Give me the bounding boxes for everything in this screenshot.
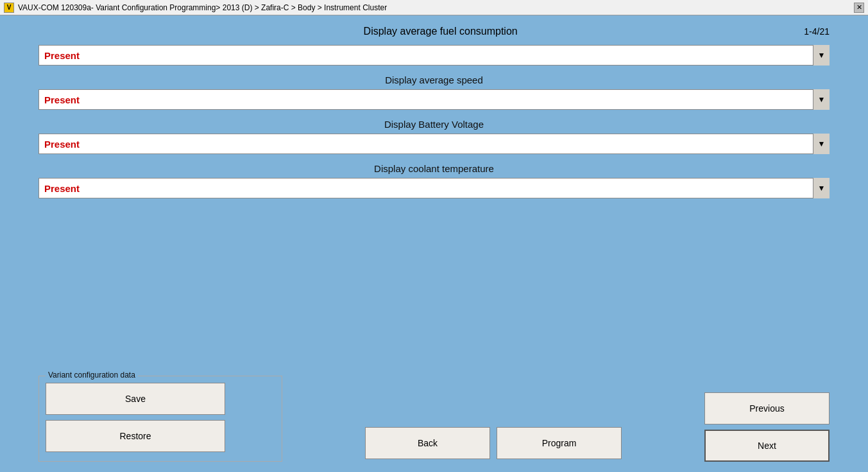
dropdown-4: PresentNot Present ▼ <box>38 178 830 198</box>
close-button[interactable]: ✕ <box>854 3 864 13</box>
variant-group-legend: Variant configuration data <box>46 371 138 380</box>
app-icon: V <box>4 3 14 13</box>
program-button[interactable]: Program <box>497 427 622 459</box>
dropdown-select-1[interactable]: PresentNot Present <box>38 45 830 66</box>
dropdown-select-4[interactable]: PresentNot Present <box>38 178 830 198</box>
dropdown-2: PresentNot Present ▼ <box>38 89 830 110</box>
section-label-4: Display coolant temperature <box>38 163 830 174</box>
dropdown-1: PresentNot Present ▼ <box>38 45 830 66</box>
section-label-3: Display Battery Voltage <box>38 119 830 130</box>
page-title: Display average fuel consumption <box>77 26 804 37</box>
save-button[interactable]: Save <box>46 383 225 415</box>
next-button[interactable]: Next <box>704 430 830 462</box>
back-button[interactable]: Back <box>365 427 490 459</box>
dropdown-select-3[interactable]: PresentNot Present <box>38 134 830 154</box>
previous-button[interactable]: Previous <box>704 392 830 424</box>
title-bar: V VAUX-COM 120309a- Variant Configuratio… <box>0 0 868 15</box>
variant-config-group: Variant configuration data Save Restore <box>38 376 282 462</box>
window-title: VAUX-COM 120309a- Variant Configuration … <box>18 3 387 12</box>
dropdown-3: PresentNot Present ▼ <box>38 134 830 154</box>
page-counter: 1-4/21 <box>804 26 830 37</box>
dropdown-select-2[interactable]: PresentNot Present <box>38 89 830 110</box>
restore-button[interactable]: Restore <box>46 420 225 452</box>
section-label-2: Display average speed <box>38 74 830 85</box>
